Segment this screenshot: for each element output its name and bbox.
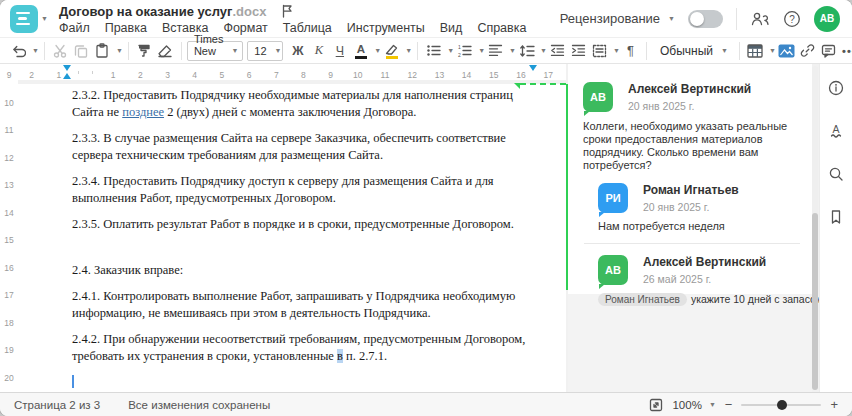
app-logo[interactable] [10,5,38,33]
paragraph-2-3-2[interactable]: 2.3.2. Предоставить Подрядчику необходим… [72,87,542,121]
document-page[interactable]: 2.3.2. Предоставить Подрядчику необходим… [18,84,566,392]
comment-thread[interactable]: АВ Алексей Вертинский 20 янв 2025 г. Кол… [568,64,812,294]
zoom-out-button[interactable]: − [725,398,733,411]
paste-menu-caret[interactable]: ▼ [116,47,123,54]
line-spacing-menu-caret[interactable]: ▼ [540,47,547,54]
paragraph-2-3-4[interactable]: 2.3.4. Предоставить Подрядчику доступ к … [72,173,542,207]
status-bar: Страница 2 из 3 Все изменения сохранены … [0,392,852,416]
comment-reply[interactable]: АВ Алексей Вертинский 26 май 2025 г. [598,255,800,285]
review-toggle[interactable] [688,10,723,28]
paragraph-2-4-1[interactable]: 2.4.1. Контролировать выполнение Работ, … [72,288,542,322]
ruler-number: 10 [0,98,18,126]
font-name-select[interactable]: Times New ...▼ [187,41,243,61]
comment-avatar: АВ [583,82,613,112]
page-indicator[interactable]: Страница 2 из 3 [14,399,100,411]
first-line-indent-marker[interactable] [63,65,71,71]
document-info-icon[interactable] [827,77,845,99]
document-text[interactable]: 2.3.2. Предоставить Подрядчику необходим… [72,87,542,400]
search-icon[interactable] [827,163,845,185]
scrollbar-thumb[interactable] [812,213,818,390]
underline-button[interactable]: Ч [329,40,350,62]
bookmark-icon[interactable] [827,206,845,228]
paragraph-2-3-3[interactable]: 2.3.3. В случае размещения Сайта на серв… [72,130,542,164]
format-painter-button[interactable] [134,40,155,62]
zoom-in-button[interactable]: + [830,398,838,411]
comment-reply[interactable]: РИ Роман Игнатьев 20 янв 2025 г. Нам пот… [598,183,800,233]
right-indent-marker[interactable] [529,65,537,71]
paragraph-2-4[interactable]: 2.4. Заказчик вправе: [72,262,542,279]
menu-item[interactable]: Инструменты [347,21,425,35]
cut-button[interactable] [50,40,71,62]
undo-button[interactable] [8,40,29,62]
zoom-slider[interactable] [741,404,821,406]
bullet-list-button[interactable] [423,40,444,62]
paragraph-style-select[interactable]: Обычный▼ [654,41,732,61]
show-formatting-marks-button[interactable]: ¶ [620,40,641,62]
toolbar: ▼ ▼ Times New ...▼ 12▼ Ж К Ч А ▼ ▼ ▼ 12 [0,37,852,64]
clear-formatting-button[interactable] [155,40,176,62]
menu-item[interactable]: Правка [105,21,147,35]
ruler-number: 17 [0,290,18,318]
menu-item[interactable]: Таблица [283,21,332,35]
align-button[interactable] [485,40,506,62]
user-avatar[interactable]: АВ [814,6,840,32]
caret-paragraph[interactable] [72,374,542,391]
highlight-color-button[interactable] [381,40,402,62]
copy-button[interactable] [71,40,92,62]
ruler-number: 12 [0,153,18,181]
paste-button[interactable] [92,40,113,62]
font-size-select[interactable]: 12▼ [247,41,283,61]
menu-item[interactable]: Вид [440,21,463,35]
logo-menu-caret-icon[interactable]: ▼ [41,15,48,22]
mention-chip[interactable]: Роман Игнатьев [598,293,687,306]
insert-link-button[interactable] [797,40,818,62]
align-menu-caret[interactable]: ▼ [509,47,516,54]
collaborators-icon[interactable] [750,11,770,27]
chevron-down-icon: ▼ [275,47,282,54]
numbered-list-menu-caret[interactable]: ▼ [478,47,485,54]
paragraph-settings-menu-caret[interactable]: ▼ [613,47,620,54]
more-tools-button[interactable]: ••• [839,40,852,62]
decrease-indent-button[interactable] [547,40,568,62]
highlight-menu-caret[interactable]: ▼ [405,47,412,54]
review-mode-label: Рецензирование [560,11,660,26]
empty-paragraph[interactable] [72,242,542,253]
fit-to-width-icon[interactable] [649,398,663,412]
vertical-scrollbar[interactable] [812,66,818,390]
insert-table-button[interactable] [745,40,766,62]
zoom-level-select[interactable]: 100%▼ [672,399,715,411]
review-mode-dropdown[interactable]: Рецензирование ▼ [560,11,675,26]
svg-text:А: А [832,123,839,135]
bold-button[interactable]: Ж [287,40,308,62]
commented-text[interactable]: позднее [122,105,164,119]
svg-text:2: 2 [458,52,461,57]
comment-anchor-line [520,83,566,85]
ruler-number: 15 [0,235,18,263]
increase-indent-button[interactable] [568,40,589,62]
menu-item[interactable]: Формат [223,21,267,35]
comment[interactable]: АВ Алексей Вертинский 20 янв 2025 г. Кол… [583,82,800,172]
font-color-menu-caret[interactable]: ▼ [374,47,381,54]
spellcheck-icon[interactable]: А [827,120,845,142]
zoom-slider-handle[interactable] [777,400,787,410]
insert-image-button[interactable] [776,40,797,62]
ruler-number: 5 [208,68,235,80]
menu-bar: ФайлПравкаВставкаФорматТаблицаИнструмент… [59,21,526,35]
paragraph-2-4-2[interactable]: 2.4.2. При обнаружении несоответствий тр… [72,331,542,365]
menu-item[interactable]: Справка [477,21,526,35]
insert-table-menu-caret[interactable]: ▼ [769,47,776,54]
numbered-list-button[interactable]: 12 [454,40,475,62]
font-color-button[interactable]: А [350,40,371,62]
left-indent-marker[interactable] [63,73,71,79]
undo-menu-caret[interactable]: ▼ [32,47,39,54]
line-spacing-button[interactable] [516,40,537,62]
insert-comment-button[interactable] [818,40,839,62]
help-icon[interactable]: ? [783,10,801,28]
italic-button[interactable]: К [308,40,329,62]
ruler-number: 13 [0,180,18,208]
paragraph-settings-button[interactable] [589,40,610,62]
flag-icon[interactable] [281,4,293,18]
bullet-list-menu-caret[interactable]: ▼ [447,47,454,54]
menu-item[interactable]: Файл [59,21,90,35]
paragraph-2-3-5[interactable]: 2.3.5. Оплатить результат Работ в порядк… [72,216,542,233]
